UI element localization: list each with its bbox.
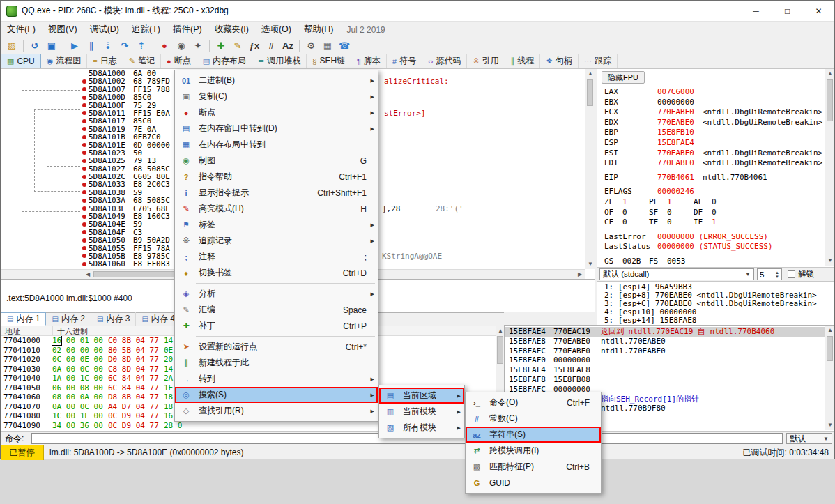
scroll-down-icon[interactable]: ▼ bbox=[585, 259, 595, 269]
scroll-thumb[interactable] bbox=[587, 79, 593, 106]
argument-count-stepper[interactable]: 5 ▲▼ bbox=[757, 268, 782, 280]
menu-item-show-mnemonic-brief[interactable]: i显示指令提示Ctrl+Shift+F1 bbox=[175, 185, 378, 201]
stack-row[interactable]: 15E8FAEC770EABE0ntdll.770EABE0 bbox=[505, 346, 825, 356]
menubar-item-7[interactable]: 帮助(H) bbox=[298, 22, 339, 38]
menu-item-follow-in-dump[interactable]: ▤在内存窗口中转到(D)▶ bbox=[175, 121, 378, 137]
scroll-right-icon[interactable]: ▶ bbox=[575, 270, 585, 280]
menu-item-search[interactable]: ◎搜索(S)▶ bbox=[175, 387, 378, 403]
tab-threads[interactable]: ∥线程 bbox=[505, 54, 541, 68]
disasm-vertical-scrollbar[interactable]: ▲ ▼ bbox=[585, 69, 595, 269]
registers-scrollbar[interactable]: ▲ ▼ bbox=[825, 69, 834, 266]
tab-seh[interactable]: §SEH链 bbox=[307, 54, 351, 68]
tab-notes[interactable]: ✎笔记 bbox=[123, 54, 161, 68]
close-button[interactable]: ✕ bbox=[803, 1, 834, 22]
tab-dump-3[interactable]: ▤内存 3 bbox=[91, 312, 136, 326]
menu-item-search-guid[interactable]: GGUID bbox=[466, 475, 601, 491]
menu-item-current-region[interactable]: ▤当前区域▶ bbox=[379, 388, 464, 404]
scroll-down-icon[interactable]: ▼ bbox=[825, 420, 834, 430]
animate-icon[interactable]: ◉ bbox=[174, 39, 189, 53]
stop-icon[interactable]: ▣ bbox=[44, 39, 59, 53]
tab-script[interactable]: ¶脚本 bbox=[351, 54, 387, 68]
menu-item-trace-record[interactable]: ※追踪记录▶ bbox=[175, 233, 378, 249]
scroll-thumb[interactable] bbox=[497, 336, 503, 364]
unlock-checkbox[interactable]: 解锁 bbox=[788, 269, 814, 280]
stack-scrollbar[interactable]: ▲ ▼ bbox=[825, 326, 834, 430]
menu-item-instruction-help[interactable]: ?指令帮助Ctrl+F1 bbox=[175, 169, 378, 185]
tab-symbols[interactable]: #符号 bbox=[387, 54, 422, 68]
menu-item-search-pattern[interactable]: ▩匹配特征(P)Ctrl+B bbox=[466, 459, 601, 475]
menu-item-binary[interactable]: 01二进制(B)▶ bbox=[175, 72, 378, 89]
menubar-item-5[interactable]: 收藏夹(I) bbox=[208, 22, 255, 38]
menu-item-set-new-origin[interactable]: ➤设置新的运行点Ctrl+* bbox=[175, 339, 378, 355]
remote-debug-icon[interactable]: ☎ bbox=[337, 39, 352, 53]
minimize-button[interactable]: ─ bbox=[740, 1, 772, 22]
menu-item-highlighting-mode[interactable]: ✎高亮模式(H)H bbox=[175, 201, 378, 217]
menu-item-graph[interactable]: ◉制图G bbox=[175, 153, 378, 169]
command-profile-select[interactable]: 默认 ▼ bbox=[786, 433, 832, 444]
menu-item-copy[interactable]: ▣复制(C)▶ bbox=[175, 89, 378, 105]
trace-icon[interactable]: ✦ bbox=[190, 39, 206, 53]
step-over-icon[interactable]: ↷ bbox=[117, 39, 132, 53]
menubar-item-4[interactable]: 插件(P) bbox=[167, 22, 208, 38]
breakpoint-toggle-icon[interactable]: ● bbox=[157, 39, 172, 53]
scroll-thumb[interactable] bbox=[827, 79, 833, 121]
menubar-item-6[interactable]: 选项(O) bbox=[255, 22, 298, 38]
scroll-up-icon[interactable]: ▲ bbox=[825, 69, 835, 79]
maximize-button[interactable]: □ bbox=[772, 1, 803, 22]
tab-dump-1[interactable]: ▤内存 1 bbox=[1, 312, 46, 326]
comment-icon[interactable]: ✎ bbox=[230, 39, 245, 53]
menu-item-search-intermodular-calls[interactable]: ⇄跨模块调用(I) bbox=[466, 443, 601, 459]
menu-item-assemble[interactable]: ✎汇编Space bbox=[175, 302, 378, 318]
hide-fpu-button[interactable]: 隐藏FPU bbox=[602, 71, 645, 84]
scroll-down-icon[interactable]: ▼ bbox=[825, 256, 835, 266]
scroll-left-icon[interactable]: ◀ bbox=[83, 270, 93, 280]
menu-item-current-module[interactable]: ▥当前模块▶ bbox=[379, 404, 464, 420]
restart-icon[interactable]: ↺ bbox=[27, 39, 43, 53]
tab-memory-map[interactable]: ▤内存布局 bbox=[197, 54, 252, 68]
checkbox-icon[interactable] bbox=[788, 270, 795, 278]
registers-pane[interactable]: 隐藏FPU EAX007C6000EBX00000000ECX770EABE0<… bbox=[597, 69, 834, 325]
hash-icon[interactable]: # bbox=[263, 39, 279, 53]
tab-cpu[interactable]: ▦CPU bbox=[1, 54, 41, 68]
menubar-item-3[interactable]: 追踪(T) bbox=[125, 22, 167, 38]
open-file-icon[interactable]: ▨ bbox=[4, 39, 20, 53]
tab-trace[interactable]: ⋯跟踪 bbox=[579, 54, 618, 68]
patch-icon[interactable]: ✚ bbox=[213, 39, 229, 53]
tab-log[interactable]: ≡日志 bbox=[87, 54, 123, 68]
menu-item-follow-in-memory-map[interactable]: ▦在内存布局中转到 bbox=[175, 137, 378, 153]
tab-graph[interactable]: ◉流程图 bbox=[41, 54, 88, 68]
stack-row[interactable]: 15E8FAF000000000 bbox=[505, 356, 825, 365]
scroll-thumb[interactable] bbox=[827, 336, 833, 361]
execute-till-return-icon[interactable]: ⇡ bbox=[134, 39, 149, 53]
stack-row[interactable]: 15E8FAF815E8FB08 bbox=[505, 375, 825, 385]
calculator-icon[interactable]: ▦ bbox=[320, 39, 335, 53]
stack-row[interactable]: 15E8FAE8770EABE0ntdll.770EABE0 bbox=[505, 337, 825, 346]
menu-item-analysis[interactable]: ◈分析▶ bbox=[175, 286, 378, 302]
tab-breakpoints[interactable]: ●断点 bbox=[161, 54, 197, 68]
menu-item-create-thread-here[interactable]: ∥新建线程于此 bbox=[175, 355, 378, 371]
az-icon[interactable]: Az bbox=[280, 39, 296, 53]
tab-handles[interactable]: ❖句柄 bbox=[540, 54, 579, 68]
run-icon[interactable]: ▶ bbox=[67, 39, 82, 53]
menu-item-toggle-bookmark[interactable]: ♦切换书签Ctrl+D bbox=[175, 265, 378, 281]
menu-item-search-constant[interactable]: #常数(C) bbox=[466, 411, 601, 427]
tab-dump-2[interactable]: ▤内存 2 bbox=[46, 312, 91, 326]
menu-item-all-modules[interactable]: ▧所有模块▶ bbox=[379, 420, 464, 436]
menu-item-label[interactable]: ⚑标签▶ bbox=[175, 217, 378, 233]
menubar-item-1[interactable]: 视图(V) bbox=[42, 22, 84, 38]
stack-row[interactable]: 15E8FAE4770EAC19返回到 ntdll.770EAC19 自 ntd… bbox=[505, 327, 825, 337]
menubar-item-2[interactable]: 调试(D) bbox=[84, 22, 125, 38]
step-into-icon[interactable]: ⇣ bbox=[100, 39, 116, 53]
menu-item-breakpoint[interactable]: ●断点▶ bbox=[175, 105, 378, 121]
menu-item-comment[interactable]: ;注释; bbox=[175, 249, 378, 265]
tab-call-stack[interactable]: ≣调用堆栈 bbox=[252, 54, 307, 68]
scroll-up-icon[interactable]: ▲ bbox=[825, 326, 834, 335]
spinner-arrows-icon[interactable]: ▲▼ bbox=[775, 270, 779, 279]
menu-item-patch[interactable]: ✚补丁Ctrl+P bbox=[175, 318, 378, 334]
tab-source[interactable]: ‹›源代码 bbox=[422, 54, 467, 68]
tab-references[interactable]: ※引用 bbox=[467, 54, 505, 68]
fx-icon[interactable]: ƒx bbox=[247, 39, 262, 53]
pause-icon[interactable]: ∥ bbox=[84, 39, 99, 53]
scroll-up-icon[interactable]: ▲ bbox=[585, 69, 595, 79]
menu-item-find-references[interactable]: ◇查找引用(R)▶ bbox=[175, 403, 378, 419]
